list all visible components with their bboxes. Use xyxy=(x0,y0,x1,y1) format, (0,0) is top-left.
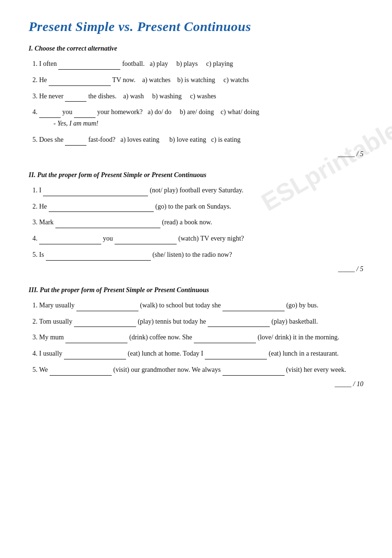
section-3-list: Mary usually (walk) to school but today … xyxy=(29,300,363,376)
item-text: (she/ listen) to the radio now? xyxy=(152,251,232,258)
item-text: Is xyxy=(39,251,46,258)
blank xyxy=(65,94,86,102)
item-text: you xyxy=(103,235,115,242)
item-text: (not/ play) football every Saturday. xyxy=(150,187,244,194)
item-text: He xyxy=(39,76,49,84)
blank xyxy=(58,62,120,70)
item-text: fast-food? a) loves eating b) love eatin… xyxy=(88,136,241,143)
list-item: We (visit) our grandmother now. We alway… xyxy=(39,364,363,376)
list-item: He TV now. a) watches b) is watching c) … xyxy=(39,74,363,86)
item-text: (play) basketball. xyxy=(271,318,318,325)
section-1-list: I often football. a) play b) plays c) pl… xyxy=(29,58,363,146)
item-text: (read) a book now. xyxy=(162,219,212,226)
blank xyxy=(43,189,148,196)
list-item: Mark (read) a book now. xyxy=(39,217,363,228)
item-text: (go) by bus. xyxy=(286,302,318,309)
item-text: (love/ drink) it in the morning. xyxy=(258,334,339,341)
blank xyxy=(76,304,138,311)
item-text: the dishes. a) wash b) washing c) washes xyxy=(88,93,216,100)
item-text: TV now. a) watches b) is watching c) wat… xyxy=(112,76,249,84)
blank xyxy=(49,78,111,86)
item-text: (walk) to school but today she xyxy=(140,302,222,309)
item-text: you xyxy=(63,108,74,116)
blank xyxy=(64,352,126,359)
list-item: My mum (drink) coffee now. She (love/ dr… xyxy=(39,332,363,343)
item-text: (play) tennis but today he xyxy=(138,318,208,325)
blank xyxy=(115,237,177,244)
blank xyxy=(50,368,112,376)
blank xyxy=(222,304,285,311)
list-item: I (not/ play) football every Saturday. xyxy=(39,185,363,196)
item-text: your homework? a) do/ do b) are/ doing c… xyxy=(97,108,259,116)
list-item: I usually (eat) lunch at home. Today I (… xyxy=(39,348,363,359)
item-text: My mum xyxy=(39,334,65,341)
item-text: I usually xyxy=(39,350,64,357)
list-item: you (watch) TV every night? xyxy=(39,233,363,244)
page-title: Present Simple vs. Present Continuous xyxy=(29,19,363,34)
section-2-score: _____ / 5 xyxy=(29,265,363,273)
section-2-list: I (not/ play) football every Saturday. H… xyxy=(29,185,363,261)
blank xyxy=(39,237,101,244)
blank xyxy=(194,336,256,343)
blank xyxy=(39,110,61,118)
item-text: (go) to the park on Sundays. xyxy=(155,203,231,210)
item-text: I xyxy=(39,187,43,194)
blank xyxy=(46,253,151,261)
item-text: I often xyxy=(39,60,58,67)
item-text: (drink) coffee now. She xyxy=(129,334,194,341)
list-item: Is (she/ listen) to the radio now? xyxy=(39,249,363,261)
list-item: Tom usually (play) tennis but today he (… xyxy=(39,316,363,327)
blank xyxy=(222,368,285,376)
blank xyxy=(49,204,154,212)
blank xyxy=(74,110,95,118)
section-3: III. Put the proper form of Present Simp… xyxy=(29,286,363,388)
section-1-score: _____ / 5 xyxy=(29,150,363,158)
section-2-title: II. Put the proper form of Present Simpl… xyxy=(29,171,363,179)
item-text: Mark xyxy=(39,219,55,226)
item-text: (visit) our grandmother now. We always xyxy=(113,366,222,373)
section-2: II. Put the proper form of Present Simpl… xyxy=(29,171,363,273)
blank xyxy=(74,319,136,327)
item-text: (visit) her every week. xyxy=(286,366,346,373)
section-3-score: _____ / 10 xyxy=(29,380,363,388)
blank xyxy=(55,221,160,228)
item-text: Tom usually xyxy=(39,318,74,325)
item-text: He xyxy=(39,203,49,210)
list-item: He never the dishes. a) wash b) washing … xyxy=(39,91,363,102)
item-text: We xyxy=(39,366,50,373)
item-text: (watch) TV every night? xyxy=(179,235,244,242)
section-3-title: III. Put the proper form of Present Simp… xyxy=(29,286,363,294)
item-text: Does she xyxy=(39,136,65,143)
blank xyxy=(65,138,86,146)
section-1: I. Choose the correct alternative I ofte… xyxy=(29,45,363,158)
list-item: you your homework? a) do/ do b) are/ doi… xyxy=(39,106,363,129)
list-item: He (go) to the park on Sundays. xyxy=(39,201,363,212)
item-text: (eat) lunch at home. Today I xyxy=(128,350,205,357)
section-1-title: I. Choose the correct alternative xyxy=(29,45,363,53)
item-text: Mary usually xyxy=(39,302,76,309)
item-text: He never xyxy=(39,93,65,100)
list-item: Mary usually (walk) to school but today … xyxy=(39,300,363,311)
item-text: football. a) play b) plays c) playing xyxy=(122,60,233,67)
blank xyxy=(205,352,267,359)
list-item: Does she fast-food? a) loves eating b) l… xyxy=(39,134,363,146)
blank xyxy=(65,336,127,343)
list-item: I often football. a) play b) plays c) pl… xyxy=(39,58,363,70)
item-text: (eat) lunch in a restaurant. xyxy=(269,350,339,357)
subtext: - Yes, I am mum! xyxy=(53,118,363,129)
blank xyxy=(208,319,270,327)
